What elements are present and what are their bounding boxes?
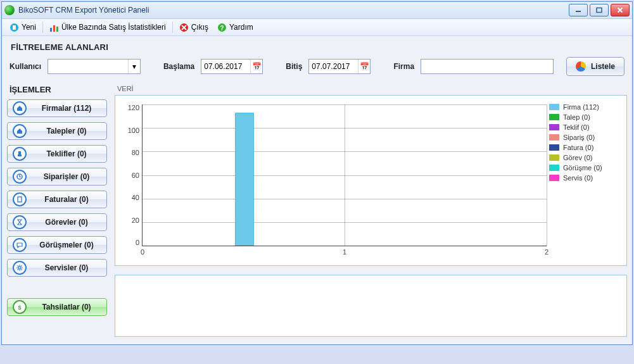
svg-rect-5 [13, 25, 16, 30]
close-button[interactable] [611, 4, 630, 16]
end-date-value: 07.07.2017 [309, 62, 358, 71]
new-icon [10, 23, 19, 32]
doc-icon [13, 192, 27, 206]
piechart-icon [576, 61, 586, 72]
legend-item: Firma (112) [549, 103, 620, 111]
hand-icon [13, 147, 27, 161]
home-icon [13, 124, 27, 138]
legend-item: Fatura (0) [549, 144, 620, 151]
gear-icon [13, 261, 27, 275]
start-date[interactable]: 07.06.2017 📅 [201, 59, 263, 74]
ops-button-label: Talepler (0) [32, 127, 101, 135]
barchart-icon [49, 23, 59, 32]
end-date[interactable]: 07.07.2017 📅 [308, 59, 371, 74]
window-title: BikoSOFT CRM Export Yönetici Paneli [18, 6, 149, 15]
blank-panel [115, 275, 627, 337]
ops-tahsilatlar[interactable]: $ Tahsilatlar (0) [7, 298, 107, 316]
start-date-value: 07.06.2017 [201, 62, 250, 71]
user-label: Kullanıcı [10, 62, 41, 71]
svg-rect-1 [597, 8, 602, 13]
legend-item: Görüşme (0) [549, 164, 620, 172]
ops-button-label: Görevler (0) [32, 218, 101, 227]
toolbar: Yeni Ülke Bazında Satış İstatistikleri Ç… [2, 19, 632, 36]
legend-item: Görev (0) [549, 154, 620, 161]
chart-legend: Firma (112)Talep (0)Teklif (0)Sipariş (0… [547, 101, 620, 259]
calendar-icon: 📅 [358, 60, 370, 73]
ops-button-label: Teklifler (0) [32, 149, 101, 158]
ops-button-1[interactable]: Talepler (0) [7, 122, 107, 140]
calendar-icon: 📅 [250, 60, 262, 73]
svg-rect-7 [53, 25, 55, 32]
list-button-label: Listele [591, 62, 615, 71]
maximize-button[interactable] [590, 4, 609, 16]
svg-text:?: ? [220, 24, 224, 31]
titlebar: BikoSOFT CRM Export Yönetici Paneli [2, 2, 632, 19]
chart-bar [235, 113, 254, 246]
toolbar-exit-label: Çıkış [191, 23, 208, 32]
legend-item: Talep (0) [549, 113, 620, 121]
start-label: Başlama [163, 62, 194, 71]
firm-label: Firma [393, 62, 414, 71]
ops-title: İŞLEMLER [10, 85, 107, 94]
stop-icon [179, 23, 189, 32]
toolbar-new[interactable]: Yeni [6, 22, 40, 34]
ops-button-3[interactable]: Siparişler (0) [7, 168, 107, 185]
svg-point-16 [18, 267, 21, 269]
clock-icon [13, 170, 27, 184]
toolbar-stats[interactable]: Ülke Bazında Satış İstatistikleri [46, 22, 170, 34]
ops-button-4[interactable]: Faturalar (0) [7, 191, 107, 208]
toolbar-exit[interactable]: Çıkış [175, 22, 212, 34]
ops-button-label: Firmalar (112) [32, 104, 101, 113]
svg-rect-8 [56, 27, 58, 32]
ops-button-label: Görüşmeler (0) [32, 241, 101, 249]
money-icon: $ [13, 300, 27, 314]
svg-rect-15 [18, 197, 22, 202]
ops-button-label: Siparişler (0) [32, 172, 101, 181]
filter-section-title: FİLTRELEME ALANLARI [11, 42, 627, 52]
chart-title: VERİ [117, 85, 627, 92]
ops-button-label: Faturalar (0) [32, 195, 101, 204]
filter-row: Kullanıcı ▾ Başlama 07.06.2017 📅 Bitiş 0… [7, 56, 627, 81]
ops-button-0[interactable]: Firmalar (112) [7, 99, 107, 117]
ops-button-5[interactable]: Görevler (0) [7, 213, 107, 231]
toolbar-stats-label: Ülke Bazında Satış İstatistikleri [61, 23, 166, 32]
chevron-down-icon: ▾ [128, 60, 140, 73]
chart-panel: 120100806040200 012 Firma (112)Talep (0)… [115, 95, 627, 266]
ops-button-label: Servisler (0) [32, 263, 101, 272]
talk-icon [13, 238, 27, 252]
svg-rect-6 [50, 28, 52, 32]
ops-button-6[interactable]: Görüşmeler (0) [7, 236, 107, 254]
legend-item: Sipariş (0) [549, 134, 620, 141]
svg-text:$: $ [18, 304, 21, 311]
ops-button-7[interactable]: Servisler (0) [7, 259, 107, 277]
help-icon: ? [217, 23, 227, 32]
home-icon [13, 101, 27, 115]
legend-item: Servis (0) [549, 174, 620, 182]
ops-tahsilatlar-label: Tahsilatlar (0) [32, 303, 101, 311]
list-button[interactable]: Listele [566, 57, 624, 76]
toolbar-new-label: Yeni [22, 23, 36, 32]
minimize-button[interactable] [569, 4, 588, 16]
toolbar-help[interactable]: ? Yardım [213, 22, 257, 34]
app-icon [4, 5, 15, 15]
sand-icon [13, 215, 27, 229]
ops-button-2[interactable]: Teklifler (0) [7, 145, 107, 163]
toolbar-help-label: Yardım [229, 23, 253, 32]
end-label: Bitiş [286, 62, 302, 71]
user-combo[interactable]: ▾ [48, 59, 141, 74]
firm-input[interactable] [421, 59, 554, 74]
legend-item: Teklif (0) [549, 123, 620, 131]
